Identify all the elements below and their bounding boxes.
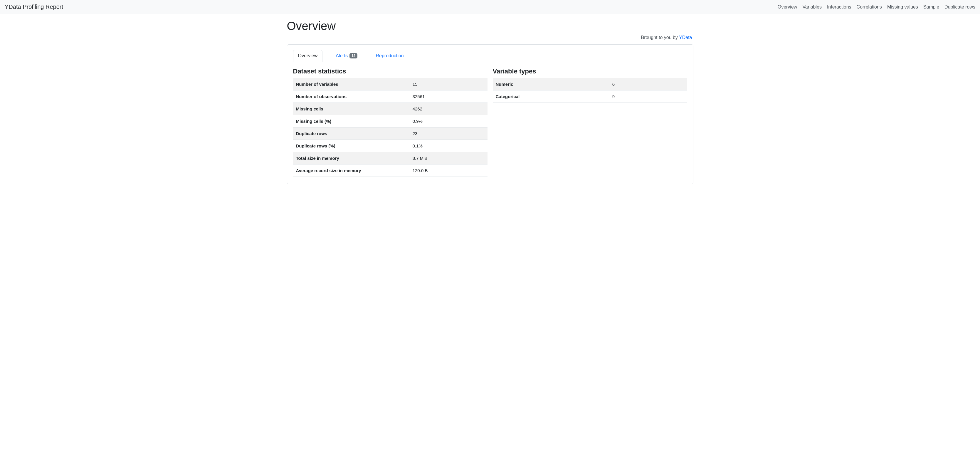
dataset-stats-row: Missing cells (%)0.9% — [293, 115, 487, 127]
page-title: Overview — [287, 19, 694, 33]
dataset-stats-row: Average record size in memory120.0 B — [293, 164, 487, 177]
credit-line: Brought to you by YData — [287, 35, 694, 40]
variable-types-table: Numeric6Categorical9 — [493, 78, 687, 103]
overview-card: Overview Alerts 13 Reproduction Dataset … — [287, 45, 694, 184]
nav-link-sample[interactable]: Sample — [923, 5, 939, 10]
stat-value: 9 — [609, 91, 687, 103]
navbar-brand: YData Profiling Report — [5, 3, 63, 10]
nav-link-correlations[interactable]: Correlations — [857, 5, 882, 10]
variable-types-row: Categorical9 — [493, 91, 687, 103]
stat-label: Missing cells (%) — [293, 115, 410, 127]
stat-label: Duplicate rows — [293, 127, 410, 140]
stat-value: 120.0 B — [410, 164, 487, 177]
nav-link-duplicate-rows[interactable]: Duplicate rows — [945, 5, 975, 10]
nav-link-variables[interactable]: Variables — [802, 5, 822, 10]
variable-types-heading: Variable types — [493, 68, 687, 75]
stat-label: Missing cells — [293, 103, 410, 115]
dataset-stats-row: Missing cells4262 — [293, 103, 487, 115]
navbar: YData Profiling Report Overview Variable… — [0, 0, 980, 14]
dataset-stats-row: Number of variables15 — [293, 78, 487, 91]
stat-label: Number of variables — [293, 78, 410, 91]
dataset-stats-row: Duplicate rows23 — [293, 127, 487, 140]
stat-value: 23 — [410, 127, 487, 140]
tab-reproduction[interactable]: Reproduction — [371, 50, 409, 62]
stat-label: Duplicate rows (%) — [293, 140, 410, 152]
nav-link-interactions[interactable]: Interactions — [827, 5, 851, 10]
nav-link-missing-values[interactable]: Missing values — [887, 5, 918, 10]
dataset-stats-row: Number of observations32561 — [293, 91, 487, 103]
dataset-stats-row: Duplicate rows (%)0.1% — [293, 140, 487, 152]
dataset-stats-row: Total size in memory3.7 MiB — [293, 152, 487, 164]
dataset-stats-heading: Dataset statistics — [293, 68, 487, 75]
overview-panel-grid: Dataset statistics Number of variables15… — [293, 68, 687, 177]
stat-value: 3.7 MiB — [410, 152, 487, 164]
tab-overview-label: Overview — [298, 53, 318, 59]
dataset-stats-table: Number of variables15Number of observati… — [293, 78, 487, 177]
stat-value: 0.1% — [410, 140, 487, 152]
tabbar: Overview Alerts 13 Reproduction — [293, 50, 687, 62]
tab-overview[interactable]: Overview — [293, 50, 323, 62]
stat-value: 32561 — [410, 91, 487, 103]
stat-value: 6 — [609, 78, 687, 91]
stat-value: 4262 — [410, 103, 487, 115]
tab-alerts-label: Alerts — [336, 53, 348, 59]
alerts-count-badge: 13 — [350, 53, 357, 59]
nav-link-overview[interactable]: Overview — [778, 5, 797, 10]
tab-reproduction-label: Reproduction — [375, 53, 404, 59]
stat-label: Total size in memory — [293, 152, 410, 164]
stat-label: Categorical — [493, 91, 609, 103]
stat-label: Average record size in memory — [293, 164, 410, 177]
stat-value: 0.9% — [410, 115, 487, 127]
tab-alerts[interactable]: Alerts 13 — [331, 50, 363, 62]
stat-label: Number of observations — [293, 91, 410, 103]
dataset-stats-section: Dataset statistics Number of variables15… — [293, 68, 487, 177]
stat-label: Numeric — [493, 78, 609, 91]
variable-types-row: Numeric6 — [493, 78, 687, 91]
stat-value: 15 — [410, 78, 487, 91]
main-container: Overview Brought to you by YData Overvie… — [273, 19, 708, 184]
credit-prefix: Brought to you by — [641, 35, 679, 40]
credit-link[interactable]: YData — [679, 35, 692, 40]
variable-types-section: Variable types Numeric6Categorical9 — [493, 68, 687, 177]
navbar-nav: Overview Variables Interactions Correlat… — [778, 5, 975, 10]
